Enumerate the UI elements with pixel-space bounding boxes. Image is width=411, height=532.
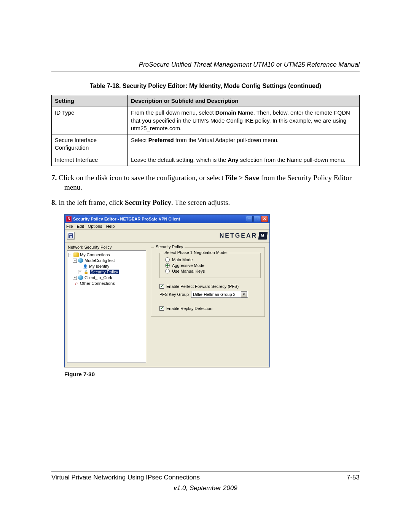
pfs-key-group-label: PFS Key Group [159,292,189,297]
footer-chapter-title: Virtual Private Networking Using IPsec C… [51,474,200,481]
checkbox-enable-pfs[interactable]: Enable Perfect Forward Secrecy (PFS) [159,284,261,289]
lock-icon: 🔒 [83,270,89,274]
groupbox-legend: Security Policy [154,244,185,249]
tree-item-my-identity[interactable]: 👤 My Identity [68,264,145,269]
checkbox-checked-icon [159,306,164,311]
save-disk-icon[interactable] [67,232,75,240]
tree-item-my-connections[interactable]: − My Connections [68,252,145,258]
cell-desc: From the pull-down menu, select Domain N… [128,107,360,134]
menubar: File Edit Options Help [65,223,269,230]
th-description: Description or Subfield and Description [128,95,360,107]
radio-manual-keys[interactable]: Use Manual Keys [165,269,256,273]
page-number: 7-53 [347,474,360,481]
svg-rect-1 [69,234,72,235]
step-7: 7. Click on the disk icon to save the co… [51,173,360,192]
checkbox-replay-detection[interactable]: Enable Replay Detection [159,306,261,311]
expand-icon[interactable]: + [73,276,77,280]
close-button[interactable]: ✕ [261,216,268,222]
minimize-button[interactable]: ─ [246,216,253,222]
cell-setting: Internet Interface [52,154,128,166]
window-title: Security Policy Editor - NETGEAR ProSafe… [73,217,246,221]
figure-caption: Figure 7-30 [64,371,360,377]
menu-edit[interactable]: Edit [77,224,84,228]
radio-icon [165,257,170,262]
security-policy-editor-window: N Security Policy Editor - NETGEAR ProSa… [64,214,270,367]
collapse-icon[interactable]: − [73,259,77,263]
tree-item-client-to-cork[interactable]: + Client_to_Cork [68,275,145,281]
radio-selected-icon [165,263,170,268]
maximize-button[interactable]: □ [253,216,260,222]
pfs-key-group-select[interactable]: Diffie-Hellman Group 2 ▼ [191,291,248,298]
radio-aggressive-mode[interactable]: Aggressive Mode [165,263,256,268]
menu-file[interactable]: File [66,224,73,228]
globe-icon [78,275,83,280]
tree-item-security-policy[interactable]: + 🔒 Security Policy [68,269,145,275]
cell-desc: Select Preferred from the Virtual Adapte… [128,134,360,154]
settings-table: Setting Description or Subfield and Desc… [51,95,360,166]
header-rule [51,72,360,72]
app-icon: N [66,216,72,222]
tree-item-modeconfigtest[interactable]: − ModeConfigTest [68,258,145,264]
radio-main-mode[interactable]: Main Mode [165,257,256,262]
th-setting: Setting [52,95,128,107]
identity-icon: 👤 [83,264,88,268]
connections-tree[interactable]: − My Connections − ModeConfigTest [67,250,146,363]
footer-rule [51,471,360,471]
cell-setting: Secure Interface Configuration [52,134,128,154]
folder-icon [73,252,79,257]
menu-help[interactable]: Help [106,224,115,228]
document-header-title: ProSecure Unified Threat Management UTM1… [51,61,360,69]
netgear-mark-icon: N [258,232,268,240]
phase1-legend: Select Phase 1 Negotiation Mode [163,250,228,255]
toolbar: NETGEAR N [65,230,269,243]
footer-version: v1.0, September 2009 [51,484,360,492]
menu-options[interactable]: Options [88,224,102,228]
svg-rect-2 [70,236,72,238]
checkbox-checked-icon [159,284,164,289]
step-8: 8. In the left frame, click Security Pol… [51,198,360,208]
table-row: Internet Interface Leave the default set… [52,154,360,166]
tree-item-other-connections[interactable]: ⇄ Other Connections [68,281,145,286]
table-row: ID Type From the pull-down menu, select … [52,107,360,134]
cell-setting: ID Type [52,107,128,134]
chevron-down-icon: ▼ [241,291,247,297]
expand-icon[interactable]: + [78,270,82,274]
window-titlebar[interactable]: N Security Policy Editor - NETGEAR ProSa… [65,215,269,223]
radio-icon [165,269,170,273]
tree-heading: Network Security Policy [68,245,146,249]
globe-icon [78,258,83,263]
table-row: Secure Interface Configuration Select Pr… [52,134,360,154]
brand-logo: NETGEAR N [220,232,267,240]
connections-icon: ⇄ [73,281,79,286]
cell-desc: Leave the default setting, which is the … [128,154,360,166]
security-policy-panel: Security Policy Select Phase 1 Negotiati… [148,244,267,363]
collapse-icon[interactable]: − [68,253,72,257]
table-caption: Table 7-18. Security Policy Editor: My I… [51,83,360,89]
